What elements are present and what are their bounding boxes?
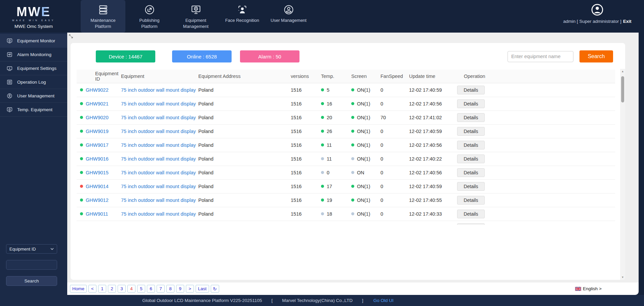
page-7[interactable]: 7 bbox=[157, 285, 165, 293]
table-row: GHW902175 inch outdoor wall mount displa… bbox=[77, 97, 615, 111]
page-9[interactable]: 9 bbox=[176, 285, 184, 293]
equipment-id-link[interactable]: GHW9017 bbox=[86, 142, 109, 148]
details-button[interactable]: Details bbox=[457, 99, 485, 108]
server-icon bbox=[98, 4, 109, 15]
details-button[interactable]: Details bbox=[457, 196, 485, 205]
details-button[interactable]: Details bbox=[457, 182, 485, 191]
equipment-id-link[interactable]: GHW9016 bbox=[86, 156, 109, 162]
equipment-name-link[interactable]: 75 inch outdoor wall mount display bbox=[121, 211, 196, 217]
fan-speed: 0 bbox=[380, 156, 383, 162]
equipment-id-link[interactable]: GHW9012 bbox=[86, 198, 109, 203]
equipment-address: Poland bbox=[198, 115, 213, 120]
sidebar-item-temp-equipment[interactable]: Temp. Equipment bbox=[0, 103, 67, 117]
page-8[interactable]: 8 bbox=[166, 285, 174, 293]
filter-type-select[interactable]: Equipment ID bbox=[6, 244, 57, 254]
page-next[interactable]: > bbox=[186, 285, 194, 293]
equipment-name-link[interactable]: 75 inch outdoor wall mount display bbox=[121, 156, 196, 162]
page-6[interactable]: 6 bbox=[147, 285, 155, 293]
uk-flag-icon bbox=[575, 287, 581, 291]
collapse-panel-icon[interactable] bbox=[68, 34, 74, 39]
stat-device-button[interactable]: Device : 14467 bbox=[96, 50, 155, 62]
sidebar-item-operation-log[interactable]: Operation Log bbox=[0, 75, 67, 89]
column-header-fanspeed: FanSpeed bbox=[380, 70, 409, 83]
column-header-temp: Temp. bbox=[321, 70, 351, 83]
page-4[interactable]: 4 bbox=[127, 285, 135, 293]
top-nav-maintenance-platform[interactable]: Maintenance Platform bbox=[81, 0, 125, 33]
sidebar-search-button[interactable]: Search bbox=[6, 276, 57, 286]
equipment-id-link[interactable]: GHW9019 bbox=[86, 129, 109, 134]
language-label: English > bbox=[583, 286, 602, 291]
table-scrollbar[interactable]: ▲ ▼ bbox=[620, 69, 625, 280]
equipment-search-input[interactable] bbox=[508, 51, 573, 62]
top-nav-publishing-platform[interactable]: Publishing Platform bbox=[127, 0, 172, 33]
details-button[interactable]: Details bbox=[457, 223, 485, 225]
top-bar: MWE MAKE WIN EASY MWE Omc System Mainten… bbox=[0, 0, 644, 33]
update-time: 12-02 17:40:59 bbox=[409, 87, 442, 93]
equipment-name-link[interactable]: 75 inch outdoor wall mount display bbox=[121, 170, 196, 175]
sidebar-item-equipment-settings[interactable]: Equipment Settings bbox=[0, 61, 67, 75]
equipment-status-dot bbox=[80, 143, 83, 146]
top-nav-label: Equipment Management bbox=[177, 17, 214, 29]
equipment-version: 1516 bbox=[291, 211, 301, 217]
filter-type-value: Equipment ID bbox=[9, 247, 36, 252]
equipment-name-link[interactable]: 75 inch outdoor wall mount display bbox=[121, 87, 196, 93]
equipment-version: 1516 bbox=[291, 101, 301, 106]
details-button[interactable]: Details bbox=[457, 127, 485, 136]
user-block[interactable]: admin [ Super administrator ]Exit bbox=[559, 3, 636, 24]
page-last[interactable]: Last bbox=[196, 285, 209, 293]
filter-input[interactable] bbox=[6, 260, 57, 270]
scroll-up-icon[interactable]: ▲ bbox=[620, 69, 625, 74]
equipment-version: 1516 bbox=[291, 129, 301, 134]
language-selector[interactable]: English > bbox=[575, 286, 602, 291]
equipment-id-link[interactable]: GHW9015 bbox=[86, 170, 109, 175]
equipment-name-link[interactable]: 75 inch outdoor wall mount display bbox=[121, 129, 196, 134]
page-2[interactable]: 2 bbox=[108, 285, 116, 293]
table-row: GHW901975 inch outdoor wall mount displa… bbox=[77, 124, 615, 138]
footer-bracket-open: [ bbox=[272, 298, 273, 303]
equipment-id-link[interactable]: GHW9011 bbox=[86, 211, 108, 217]
temp-value: 5 bbox=[327, 87, 329, 93]
details-button[interactable]: Details bbox=[457, 210, 485, 218]
table-row: GHW902275 inch outdoor wall mount displa… bbox=[77, 83, 615, 97]
table-row: GHW901175 inch outdoor wall mount displa… bbox=[77, 207, 615, 221]
sidebar-item-alarm-monitoring[interactable]: Alarm Monitoring bbox=[0, 48, 67, 61]
exit-link[interactable]: Exit bbox=[623, 19, 632, 24]
search-button[interactable]: Search bbox=[579, 50, 613, 62]
go-old-ui-link[interactable]: Go Old UI bbox=[373, 298, 394, 303]
details-button[interactable]: Details bbox=[457, 113, 485, 122]
screen-value: ON bbox=[357, 170, 364, 175]
equipment-id-link[interactable]: GHW9022 bbox=[86, 87, 109, 93]
equipment-name-link[interactable]: 75 inch outdoor wall mount display bbox=[121, 184, 196, 189]
equipment-id-link[interactable]: GHW9020 bbox=[86, 115, 109, 120]
page-home[interactable]: Home bbox=[70, 285, 87, 293]
screen-status-dot bbox=[351, 143, 354, 146]
stat-online-button[interactable]: Online : 6528 bbox=[172, 50, 232, 62]
page-5[interactable]: 5 bbox=[137, 285, 145, 293]
page-prev[interactable]: < bbox=[88, 285, 96, 293]
top-nav-face-recognition[interactable]: Face Recognition bbox=[220, 0, 265, 33]
equipment-id-link[interactable]: GHW9014 bbox=[86, 184, 109, 189]
page-1[interactable]: 1 bbox=[98, 285, 106, 293]
equipment-name-link[interactable]: 75 inch outdoor wall mount display bbox=[121, 198, 196, 203]
scroll-down-icon[interactable]: ▼ bbox=[620, 275, 625, 280]
equipment-name-link[interactable]: 75 inch outdoor wall mount display bbox=[121, 101, 196, 106]
equipment-name-link[interactable]: 75 inch outdoor wall mount display bbox=[121, 115, 196, 120]
sidebar-nav: Equipment MonitorAlarm MonitoringEquipme… bbox=[0, 33, 67, 117]
avatar-icon[interactable] bbox=[591, 3, 604, 16]
equipment-id-link[interactable]: GHW9021 bbox=[86, 101, 109, 106]
details-button[interactable]: Details bbox=[457, 155, 485, 163]
top-nav-equipment-management[interactable]: Equipment Management bbox=[173, 0, 218, 33]
refresh-icon[interactable]: ↻ bbox=[211, 285, 219, 293]
sidebar-item-user-management[interactable]: User Management bbox=[0, 89, 67, 103]
top-nav-user-management[interactable]: User Management bbox=[266, 0, 311, 33]
details-button[interactable]: Details bbox=[457, 168, 485, 177]
equipment-name-link[interactable]: 75 inch outdoor wall mount display bbox=[121, 142, 196, 148]
details-button[interactable]: Details bbox=[457, 141, 485, 149]
details-button[interactable]: Details bbox=[457, 86, 485, 94]
column-header-equipment: Equipment bbox=[121, 70, 198, 83]
stat-alarm-button[interactable]: Alarm : 50 bbox=[240, 50, 299, 62]
sidebar-item-equipment-monitor[interactable]: Equipment Monitor bbox=[0, 34, 67, 48]
update-time: 12-02 17:40:59 bbox=[409, 129, 442, 134]
scrollbar-thumb[interactable] bbox=[621, 76, 624, 102]
page-3[interactable]: 3 bbox=[118, 285, 126, 293]
